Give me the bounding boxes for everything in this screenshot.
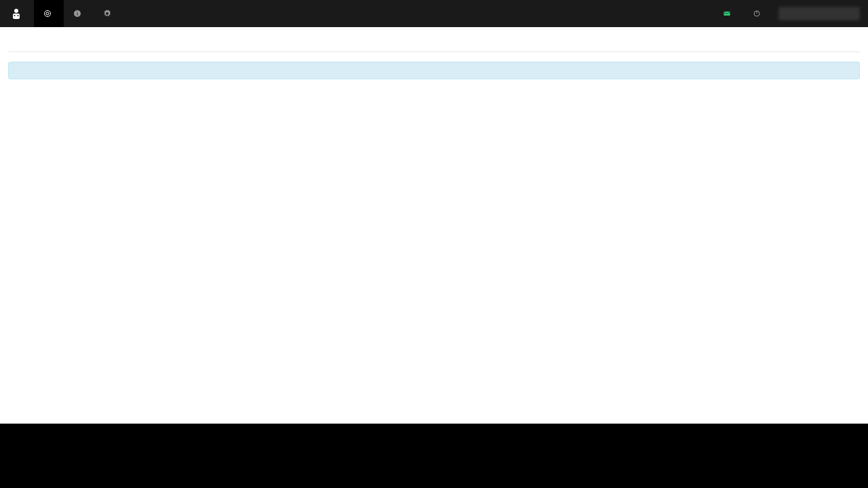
nav-logout[interactable] — [743, 0, 773, 27]
stats-row — [8, 41, 860, 52]
brand-logo[interactable] — [8, 5, 28, 22]
svg-point-8 — [77, 12, 77, 12]
svg-rect-9 — [724, 12, 730, 16]
envelope-icon — [723, 9, 731, 18]
svg-rect-1 — [13, 14, 20, 19]
svg-point-0 — [14, 9, 18, 13]
nav-contact-support[interactable] — [713, 0, 743, 27]
svg-point-2 — [14, 15, 16, 16]
nav-settings[interactable] — [94, 0, 123, 27]
nav-dashboard[interactable] — [34, 0, 64, 27]
info-icon — [73, 9, 81, 18]
footer-banner — [0, 424, 868, 488]
power-icon — [753, 9, 761, 18]
gear-icon — [103, 9, 111, 18]
svg-point-3 — [18, 15, 19, 16]
stat-clicks — [8, 41, 292, 45]
clicks-chart — [8, 98, 860, 223]
stat-purchases — [292, 41, 576, 45]
chart-svg — [8, 98, 860, 220]
svg-point-4 — [45, 11, 51, 17]
stat-revenue — [576, 41, 860, 45]
info-banner — [8, 62, 860, 79]
svg-rect-7 — [77, 13, 78, 16]
target-icon — [43, 9, 52, 18]
robot-icon — [8, 5, 24, 22]
nav-status[interactable] — [64, 0, 94, 27]
svg-point-5 — [46, 12, 49, 15]
navbar — [0, 0, 868, 27]
user-identity-redacted — [778, 7, 860, 20]
